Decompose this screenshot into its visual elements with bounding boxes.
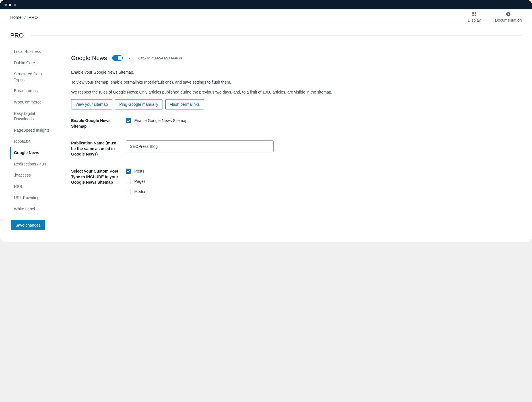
svg-text:?: ? (508, 13, 509, 16)
sidebar-item-breadcrumbs[interactable]: Breadcrumbs (10, 85, 56, 97)
breadcrumb-home-link[interactable]: Home (10, 15, 22, 20)
grid-icon (472, 12, 477, 17)
description-block: Enable your Google News Sitemap. To view… (71, 69, 514, 95)
breadcrumb-current: PRO (28, 15, 38, 20)
traffic-light-gray (14, 4, 16, 6)
desc-line-3: We respect the rules of Google News: Onl… (71, 89, 514, 95)
enable-sitemap-checkbox[interactable] (126, 118, 131, 123)
publication-name-label: Publication Name (must be the same as us… (71, 140, 119, 157)
cpt-posts-label: Posts (134, 169, 144, 173)
sidebar-item-white-label[interactable]: White Label (10, 204, 56, 215)
sidebar-item-woocommerce[interactable]: WooCommerce (10, 97, 56, 108)
section-header: Google News ← Click to disable this feat… (71, 55, 514, 61)
breadcrumb: Home / PRO (10, 15, 38, 20)
desc-line-2: To view your sitemap, enable permalinks … (71, 79, 514, 85)
form-row-enable: Enable Google News Sitemap Enable Google… (71, 118, 514, 129)
sidebar-item-google-news[interactable]: Google News (10, 147, 56, 159)
help-icon: ? (506, 12, 511, 17)
documentation-button[interactable]: ? Documentation (495, 12, 522, 22)
cpt-pages-checkbox[interactable] (126, 179, 131, 184)
cpt-label: Select your Custom Post Type to INCLUDE … (71, 169, 119, 199)
desc-line-1: Enable your Google News Sitemap. (71, 69, 514, 75)
sidebar: Local Business Dublin Core Structured Da… (10, 46, 56, 230)
sidebar-item-rss[interactable]: RSS (10, 181, 56, 192)
cpt-media-label: Media (134, 189, 145, 194)
page-title: PRO (10, 32, 24, 39)
title-divider (31, 36, 522, 36)
sidebar-item-robots[interactable]: robots.txt (10, 136, 56, 147)
section-title: Google News (71, 55, 107, 61)
sidebar-item-htaccess[interactable]: .htaccess (10, 170, 56, 181)
sidebar-item-local-business[interactable]: Local Business (10, 46, 56, 57)
action-buttons: View your sitemap Ping Google manually F… (71, 99, 514, 109)
sidebar-item-pagespeed[interactable]: PageSpeed Insights (10, 125, 56, 136)
traffic-light-white (9, 4, 11, 6)
top-actions: Display ? Documentation (468, 12, 522, 22)
svg-rect-0 (472, 12, 474, 14)
svg-rect-3 (475, 15, 476, 16)
form-row-publication: Publication Name (must be the same as us… (71, 140, 514, 157)
enable-sitemap-checkbox-label: Enable Google News Sitemap (134, 118, 187, 123)
publication-name-input[interactable] (126, 140, 274, 152)
top-bar: Home / PRO Display ? Documentation (0, 9, 532, 25)
sidebar-item-easy-digital-downloads[interactable]: Easy Digital Downloads (10, 108, 56, 125)
feature-toggle[interactable] (112, 55, 123, 61)
ping-google-button[interactable]: Ping Google manually (115, 99, 162, 109)
cpt-media-checkbox[interactable] (126, 189, 131, 194)
enable-sitemap-label: Enable Google News Sitemap (71, 118, 119, 129)
toggle-hint: Click to disable this feature (138, 56, 182, 60)
cpt-pages-label: Pages (134, 179, 146, 184)
arrow-left-icon: ← (128, 55, 133, 61)
sidebar-item-url-rewriting[interactable]: URL Rewriting (10, 192, 56, 204)
documentation-label: Documentation (495, 18, 522, 22)
form-row-cpt: Select your Custom Post Type to INCLUDE … (71, 169, 514, 199)
svg-rect-1 (475, 12, 476, 14)
save-button[interactable]: Save changes (11, 220, 45, 230)
content-panel: Google News ← Click to disable this feat… (63, 46, 522, 230)
display-button[interactable]: Display (468, 12, 481, 22)
page-title-row: PRO (0, 25, 532, 42)
cpt-posts-checkbox[interactable] (126, 169, 131, 174)
view-sitemap-button[interactable]: View your sitemap (71, 99, 112, 109)
breadcrumb-separator: / (24, 15, 26, 20)
flush-permalinks-button[interactable]: Flush permalinks (165, 99, 204, 109)
sidebar-item-dublin-core[interactable]: Dublin Core (10, 57, 56, 69)
sidebar-item-structured-data[interactable]: Structured Data Types (10, 69, 56, 85)
window-chrome (0, 0, 532, 9)
display-label: Display (468, 18, 481, 22)
svg-rect-2 (472, 15, 474, 16)
traffic-light-green (5, 4, 7, 6)
sidebar-item-redirections[interactable]: Redirections / 404 (10, 159, 56, 170)
